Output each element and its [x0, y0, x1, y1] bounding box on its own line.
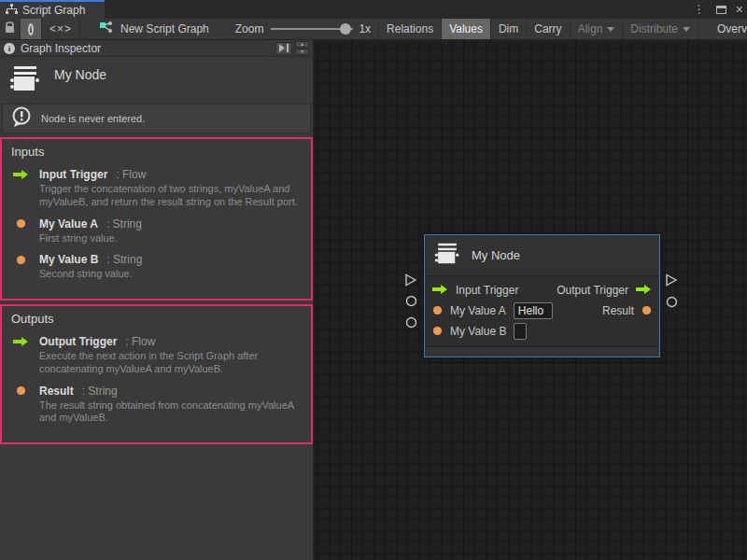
external-flow-port[interactable] — [665, 273, 678, 286]
title-bar: Script Graph ⋮ × — [0, 0, 747, 19]
port-description: Second string value. — [39, 268, 306, 281]
overview-label: Overview — [717, 22, 747, 35]
my-node[interactable]: My Node Input Trigger Output Trigger — [424, 234, 660, 357]
node-row-trigger: Input Trigger Output Trigger — [425, 280, 659, 301]
inspected-node-header: My Node — [0, 57, 313, 102]
info-icon: i — [4, 43, 15, 54]
dock-panel-button[interactable] — [275, 42, 292, 55]
external-value-port[interactable] — [405, 295, 417, 307]
align-label: Align — [578, 22, 603, 35]
port-description: Trigger the concatenation of two strings… — [39, 183, 306, 209]
window-controls: ⋮ × — [692, 0, 743, 19]
inspector-toggle-button[interactable]: i — [21, 19, 42, 39]
node-footer — [425, 346, 659, 357]
scroll-down-button[interactable]: ▼ — [295, 49, 309, 55]
dim-label: Dim — [499, 22, 518, 35]
port-type: : String — [106, 253, 142, 266]
relations-label: Relations — [387, 22, 433, 35]
zoom-label: Zoom — [235, 22, 264, 35]
value-port-icon — [11, 385, 31, 396]
zoom-slider[interactable] — [271, 28, 353, 30]
zoom-slider-handle[interactable] — [340, 23, 351, 35]
port-name: Output Trigger — [39, 335, 117, 348]
node-body: Input Trigger Output Trigger My Value A — [425, 276, 659, 346]
chevron-down-icon — [683, 27, 690, 32]
toolbar-spacer — [80, 19, 92, 39]
panel-scroll-spinners: ▲ ▼ — [295, 41, 309, 55]
align-dropdown[interactable]: Align — [571, 19, 624, 39]
maximize-icon[interactable] — [716, 6, 726, 14]
my-value-b-port-icon[interactable] — [432, 323, 443, 340]
flow-port-icon — [11, 169, 31, 180]
graph-inspector-header: i Graph Inspector ▲ ▼ — [0, 40, 313, 57]
relations-button[interactable]: Relations — [379, 19, 442, 39]
distribute-dropdown[interactable]: Distribute — [623, 19, 698, 39]
my-value-b-label: My Value B — [450, 325, 506, 338]
value-port-icon — [11, 218, 31, 229]
inputs-header: Inputs — [11, 145, 302, 159]
outputs-header: Outputs — [11, 312, 302, 326]
close-icon[interactable]: × — [736, 3, 743, 16]
port-name: My Value B — [39, 253, 98, 266]
lock-icon — [5, 21, 15, 36]
zoom-value: 1x — [359, 22, 371, 35]
port-description: Execute the next action in the Script Gr… — [39, 350, 306, 376]
my-value-a-label: My Value A — [450, 304, 506, 317]
toolbar-spacer — [698, 19, 710, 39]
external-value-port[interactable] — [405, 316, 417, 329]
node-icon — [434, 242, 460, 269]
node-title: My Node — [472, 248, 520, 262]
value-port-icon — [11, 255, 31, 265]
port-name: My Value A — [39, 217, 98, 231]
code-view-button[interactable]: <×> — [42, 19, 80, 39]
port-description: First string value. — [39, 232, 306, 245]
port-item-output-trigger: Output Trigger : Flow Execute the next a… — [11, 335, 302, 376]
my-value-a-input[interactable] — [514, 302, 553, 319]
port-type: : Flow — [116, 168, 146, 181]
new-script-graph-button[interactable]: New Script Graph — [92, 19, 217, 39]
port-item-result: Result : String The result string obtain… — [11, 385, 302, 426]
carry-button[interactable]: Carry — [527, 19, 570, 39]
scroll-up-button[interactable]: ▲ — [295, 41, 309, 48]
toolbar-spacer — [217, 19, 228, 39]
input-trigger-port-icon[interactable] — [432, 282, 448, 299]
tab-script-graph[interactable]: Script Graph — [0, 0, 105, 19]
graph-asset-icon — [99, 21, 114, 37]
port-type: : String — [106, 217, 142, 231]
window-menu-icon[interactable]: ⋮ — [692, 4, 707, 15]
values-button[interactable]: Values — [442, 19, 491, 39]
external-flow-port[interactable] — [404, 273, 417, 286]
warning-icon — [10, 105, 34, 133]
my-node-header[interactable]: My Node — [425, 235, 659, 276]
input-trigger-label: Input Trigger — [456, 284, 518, 297]
external-ports-left — [404, 273, 417, 329]
port-name: Input Trigger — [39, 168, 107, 181]
node-icon — [9, 64, 41, 96]
output-trigger-port-icon[interactable] — [636, 282, 652, 299]
dim-button[interactable]: Dim — [491, 19, 527, 39]
my-value-a-port-icon[interactable] — [432, 302, 443, 319]
external-value-port[interactable] — [666, 296, 678, 308]
result-label: Result — [602, 304, 634, 317]
output-trigger-label: Output Trigger — [557, 284, 628, 297]
my-value-b-input[interactable] — [514, 323, 527, 340]
values-label: Values — [449, 22, 483, 35]
port-description: The result string obtained from concaten… — [39, 399, 306, 426]
external-ports-right — [665, 273, 678, 308]
overview-button[interactable]: Overview — [710, 19, 747, 39]
graph-canvas[interactable]: My Node Input Trigger Output Trigger — [314, 40, 747, 560]
zoom-control: Zoom 1x — [228, 19, 379, 39]
chevron-down-icon — [607, 27, 614, 32]
flow-port-icon — [11, 336, 31, 347]
result-port-icon[interactable] — [641, 302, 652, 319]
outputs-section: Outputs Output Trigger : Flow Execute th… — [0, 304, 313, 444]
distribute-label: Distribute — [630, 22, 678, 35]
port-item-my-value-b: My Value B : String Second string value. — [11, 253, 302, 281]
port-type: : Flow — [125, 335, 155, 348]
carry-label: Carry — [534, 22, 561, 35]
inputs-section: Inputs Input Trigger : Flow Trigger the … — [0, 137, 313, 301]
warning-banner: Node is never entered. — [2, 104, 311, 133]
lock-button[interactable] — [0, 19, 21, 39]
graph-toolbar: i <×> New Script Graph Zoom 1x Relations… — [0, 19, 747, 40]
script-graph-icon — [6, 2, 18, 19]
